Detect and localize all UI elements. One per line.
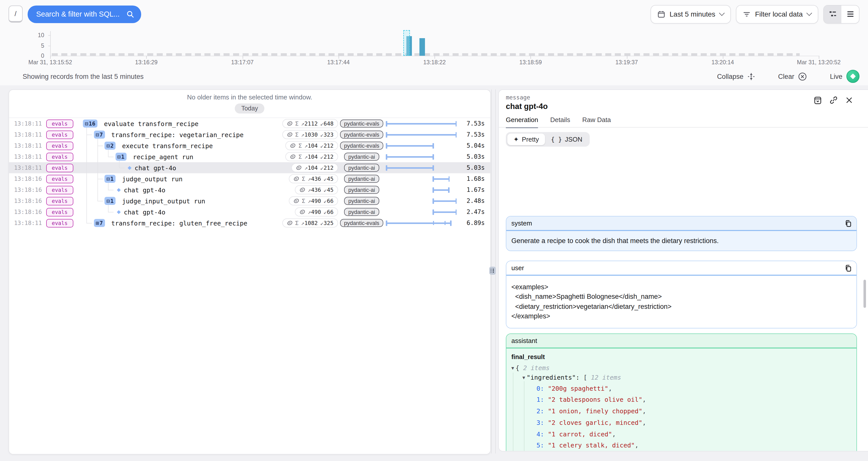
row-timestamp: 13:18:16 [14, 197, 42, 205]
collapse-children-badge[interactable]: ⊟1 [104, 175, 116, 183]
collapse-children-badge[interactable]: ⊟2 [104, 142, 116, 150]
arrow-up-right-icon: ↗ [301, 131, 304, 138]
token-usage-pill[interactable]: ↗490↙66 [294, 207, 338, 216]
span-name[interactable]: chat gpt-4o [124, 186, 165, 194]
token-usage-pill[interactable]: Σ↗104↙212 [285, 152, 338, 161]
copy-icon[interactable] [845, 265, 851, 271]
duration-bar-cap [433, 187, 434, 192]
today-pill: Today [235, 103, 265, 114]
search-button[interactable]: Search & filter with SQL... [28, 5, 141, 23]
coin-icon [299, 187, 305, 193]
tab-raw-data[interactable]: Raw Data [582, 116, 611, 128]
logfire-app: / Search & filter with SQL... Last 5 min… [0, 0, 868, 461]
duration-bar [386, 123, 457, 125]
tree-view-toggle[interactable] [824, 5, 841, 23]
histogram-bar[interactable] [420, 38, 425, 56]
collapse-button[interactable]: Collapse [717, 72, 755, 80]
expand-children-badge[interactable]: ⊞7 [94, 219, 105, 227]
sum-icon: Σ [299, 153, 302, 160]
token-pill-column: Σ↗104↙212 [200, 140, 338, 151]
live-status-icon [846, 70, 860, 83]
token-usage-pill[interactable]: Σ↗2112↙648 [282, 119, 338, 128]
copy-icon[interactable] [845, 220, 851, 227]
json-root-line[interactable]: ▼{ 2 items [512, 363, 851, 373]
pretty-label: Pretty [522, 135, 539, 143]
x-axis-tick [50, 56, 51, 59]
row-timestamp: 13:18:11 [14, 131, 42, 138]
span-name[interactable]: chat gpt-4o [135, 164, 176, 172]
trace-row[interactable]: 13:18:16evals⊟1judge_input_output runΣ↗4… [9, 195, 490, 206]
copy-link-icon[interactable] [829, 96, 838, 104]
splitter-drag-handle[interactable] [489, 267, 496, 275]
plus-square-icon: ⊞ [96, 220, 99, 226]
live-toggle[interactable]: Live [830, 70, 860, 83]
row-timestamp: 13:18:16 [14, 208, 42, 215]
collapse-children-badge[interactable]: ⊟1 [104, 197, 116, 205]
token-usage-pill[interactable]: Σ↗1030↙323 [282, 130, 338, 139]
duration-bar-cap [433, 143, 434, 148]
token-usage-pill[interactable]: Σ↗490↙66 [289, 196, 338, 205]
span-name[interactable]: chat gpt-4o [124, 208, 165, 216]
pretty-view-button[interactable]: ✦ Pretty [507, 133, 545, 145]
filter-local-data-dropdown[interactable]: Filter local data [736, 5, 818, 23]
trace-row[interactable]: 13:18:11evals◆chat gpt-4o↗104↙212pydanti… [9, 162, 490, 173]
minus-square-icon: ⊟ [96, 131, 99, 138]
today-label: Today [241, 105, 258, 112]
filter-label: Filter local data [755, 10, 803, 18]
trace-row[interactable]: 13:18:16evals◆chat gpt-4o↗490↙66pydantic… [9, 206, 490, 217]
coin-icon [296, 164, 302, 171]
duration-bar-cap [386, 154, 387, 159]
token-usage-pill[interactable]: Σ↗104↙212 [285, 141, 338, 150]
duration-bar-cap [448, 176, 450, 182]
tabs-divider [499, 127, 868, 128]
trace-row[interactable]: 13:18:11evals⊟2execute transform_recipeΣ… [9, 140, 490, 151]
close-icon[interactable] [845, 96, 853, 104]
duration-bar-track [386, 184, 457, 195]
row-timestamp: 13:18:11 [14, 142, 42, 149]
chevron-down-icon[interactable]: ▼ [512, 364, 514, 373]
arrow-up-right-icon: ↗ [308, 209, 311, 215]
records-histogram[interactable]: 0510Mar 31, 13:15:5213:16:2913:17:0713:1… [0, 28, 868, 71]
detail-scrollbar-thumb[interactable] [864, 280, 866, 308]
tree-connector-line [108, 205, 108, 212]
assistant-role-label: assistant [512, 337, 537, 344]
minus-square-icon: ⊟ [106, 197, 110, 204]
time-range-dropdown[interactable]: Last 5 minutes [651, 5, 731, 23]
trace-row[interactable]: 13:18:11evals⊟7transform_recipe: vegetar… [9, 129, 490, 140]
collapse-children-badge[interactable]: ⊟1 [115, 153, 127, 161]
scroll-to-row-icon[interactable] [814, 96, 822, 104]
json-ingredients-line[interactable]: ▼"ingredients": [ 12 items [512, 373, 851, 383]
span-name[interactable]: judge_input_output run [122, 197, 205, 205]
span-name[interactable]: execute transform_recipe [122, 142, 213, 150]
token-usage-pill[interactable]: Σ↗1082↙325 [282, 218, 338, 227]
y-axis-tick-label: 5 [27, 42, 44, 49]
json-array-item: 2: "1 onion, finely chopped", [512, 406, 851, 417]
trace-row[interactable]: 13:18:16evals⊟1judge_output runΣ↗436↙45p… [9, 173, 490, 184]
trace-row[interactable]: 13:18:16evals◆chat gpt-4o↗436↙45pydantic… [9, 184, 490, 195]
tab-details[interactable]: Details [550, 116, 570, 128]
collapse-children-badge[interactable]: ⊟7 [94, 130, 105, 139]
trace-row[interactable]: 13:18:11evals⊟16evaluate transform_recip… [9, 118, 490, 129]
span-name[interactable]: judge_output run [122, 175, 183, 183]
duration-bar-cap [455, 198, 457, 204]
token-usage-pill[interactable]: ↗104↙212 [291, 163, 338, 172]
list-view-toggle[interactable] [841, 5, 859, 23]
clear-button[interactable]: Clear [778, 72, 807, 81]
evals-badge: evals [46, 141, 73, 150]
list-view-icon [846, 10, 854, 18]
json-view-button[interactable]: { } JSON [545, 133, 588, 145]
token-usage-pill[interactable]: ↗436↙45 [294, 185, 338, 194]
minus-square-icon: ⊟ [117, 153, 121, 160]
trace-row[interactable]: 13:18:11evals⊞7transform_recipe: gluten_… [9, 217, 490, 228]
final-result-label: final_result [512, 353, 851, 360]
token-usage-pill[interactable]: Σ↗436↙45 [289, 174, 338, 183]
instrumentation-tag: pydantic-ai [344, 175, 379, 183]
tab-generation[interactable]: Generation [506, 116, 538, 128]
span-name[interactable]: recipe_agent run [133, 153, 193, 161]
tree-connector-elbow [86, 223, 92, 223]
collapse-children-badge[interactable]: ⊟16 [83, 120, 97, 128]
span-name[interactable]: evaluate transform_recipe [104, 120, 198, 128]
trace-row[interactable]: 13:18:11evals⊟1recipe_agent runΣ↗104↙212… [9, 151, 490, 162]
x-axis-tick-label: Mar 31, 13:15:52 [18, 59, 83, 65]
json-array-item: 3: "2 cloves garlic, minced", [512, 417, 851, 429]
